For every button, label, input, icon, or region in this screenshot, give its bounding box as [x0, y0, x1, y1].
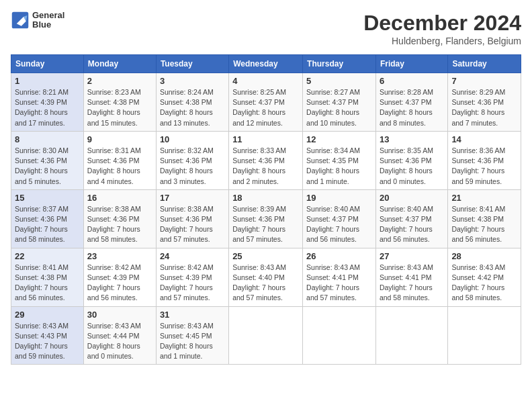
day-number: 7: [451, 76, 517, 86]
logo-line1: General: [32, 11, 64, 20]
day-cell: 20Sunrise: 8:40 AM Sunset: 4:37 PM Dayli…: [375, 189, 447, 248]
day-number: 6: [380, 76, 444, 86]
day-cell: 13Sunrise: 8:35 AM Sunset: 4:36 PM Dayli…: [375, 131, 447, 189]
col-header-tuesday: Tuesday: [156, 55, 228, 73]
day-cell: 1Sunrise: 8:21 AM Sunset: 4:39 PM Daylig…: [11, 73, 84, 132]
day-cell: [375, 306, 447, 365]
day-cell: 23Sunrise: 8:42 AM Sunset: 4:39 PM Dayli…: [83, 248, 156, 306]
day-detail: Sunrise: 8:39 AM Sunset: 4:36 PM Dayligh…: [232, 204, 299, 245]
day-number: 30: [87, 310, 152, 320]
logo-text: General Blue: [32, 11, 64, 30]
col-header-sunday: Sunday: [11, 55, 84, 73]
day-number: 14: [451, 134, 517, 144]
title-block: December 2024 Huldenberg, Flanders, Belg…: [363, 11, 521, 46]
day-detail: Sunrise: 8:41 AM Sunset: 4:38 PM Dayligh…: [15, 263, 80, 304]
col-header-monday: Monday: [83, 55, 156, 73]
day-cell: 19Sunrise: 8:40 AM Sunset: 4:37 PM Dayli…: [303, 189, 376, 248]
day-cell: [303, 306, 376, 365]
day-detail: Sunrise: 8:40 AM Sunset: 4:37 PM Dayligh…: [380, 204, 444, 245]
day-detail: Sunrise: 8:30 AM Sunset: 4:36 PM Dayligh…: [15, 146, 80, 187]
col-header-saturday: Saturday: [448, 55, 521, 73]
calendar-table: SundayMondayTuesdayWednesdayThursdayFrid…: [11, 54, 521, 365]
day-number: 3: [160, 76, 225, 86]
day-detail: Sunrise: 8:38 AM Sunset: 4:36 PM Dayligh…: [87, 204, 152, 245]
logo-line2: Blue: [32, 20, 64, 30]
day-number: 29: [15, 310, 80, 320]
day-cell: 16Sunrise: 8:38 AM Sunset: 4:36 PM Dayli…: [83, 189, 156, 248]
day-detail: Sunrise: 8:23 AM Sunset: 4:38 PM Dayligh…: [87, 87, 152, 128]
logo-icon: [11, 11, 30, 30]
day-detail: Sunrise: 8:43 AM Sunset: 4:41 PM Dayligh…: [306, 263, 372, 304]
day-cell: 6Sunrise: 8:28 AM Sunset: 4:37 PM Daylig…: [375, 73, 447, 132]
day-number: 26: [306, 251, 372, 261]
day-detail: Sunrise: 8:32 AM Sunset: 4:36 PM Dayligh…: [160, 146, 225, 187]
logo: General Blue: [11, 11, 64, 30]
calendar-body: 1Sunrise: 8:21 AM Sunset: 4:39 PM Daylig…: [11, 73, 521, 365]
day-detail: Sunrise: 8:29 AM Sunset: 4:36 PM Dayligh…: [451, 87, 517, 128]
day-number: 25: [232, 251, 299, 261]
day-number: 17: [160, 193, 225, 203]
day-detail: Sunrise: 8:36 AM Sunset: 4:36 PM Dayligh…: [451, 146, 517, 187]
day-detail: Sunrise: 8:41 AM Sunset: 4:38 PM Dayligh…: [451, 204, 517, 245]
day-number: 22: [15, 251, 80, 261]
day-number: 12: [306, 134, 372, 144]
week-row-3: 15Sunrise: 8:37 AM Sunset: 4:36 PM Dayli…: [11, 189, 521, 248]
day-cell: 21Sunrise: 8:41 AM Sunset: 4:38 PM Dayli…: [448, 189, 521, 248]
day-number: 23: [87, 251, 152, 261]
day-detail: Sunrise: 8:43 AM Sunset: 4:45 PM Dayligh…: [160, 321, 225, 362]
day-number: 11: [232, 134, 299, 144]
day-cell: 22Sunrise: 8:41 AM Sunset: 4:38 PM Dayli…: [11, 248, 84, 306]
day-cell: 2Sunrise: 8:23 AM Sunset: 4:38 PM Daylig…: [83, 73, 156, 132]
day-detail: Sunrise: 8:27 AM Sunset: 4:37 PM Dayligh…: [306, 87, 372, 128]
day-detail: Sunrise: 8:34 AM Sunset: 4:35 PM Dayligh…: [306, 146, 372, 187]
day-number: 18: [232, 193, 299, 203]
day-detail: Sunrise: 8:43 AM Sunset: 4:42 PM Dayligh…: [451, 263, 517, 304]
day-number: 20: [380, 193, 444, 203]
day-cell: 29Sunrise: 8:43 AM Sunset: 4:43 PM Dayli…: [11, 306, 84, 365]
day-cell: 10Sunrise: 8:32 AM Sunset: 4:36 PM Dayli…: [156, 131, 228, 189]
day-cell: 7Sunrise: 8:29 AM Sunset: 4:36 PM Daylig…: [448, 73, 521, 132]
day-cell: 11Sunrise: 8:33 AM Sunset: 4:36 PM Dayli…: [229, 131, 303, 189]
day-number: 1: [15, 76, 80, 86]
day-number: 5: [306, 76, 372, 86]
day-number: 13: [380, 134, 444, 144]
day-cell: 17Sunrise: 8:38 AM Sunset: 4:36 PM Dayli…: [156, 189, 228, 248]
day-detail: Sunrise: 8:43 AM Sunset: 4:41 PM Dayligh…: [380, 263, 444, 304]
day-cell: [448, 306, 521, 365]
day-number: 4: [232, 76, 299, 86]
day-cell: 31Sunrise: 8:43 AM Sunset: 4:45 PM Dayli…: [156, 306, 228, 365]
day-cell: 24Sunrise: 8:42 AM Sunset: 4:39 PM Dayli…: [156, 248, 228, 306]
day-cell: 9Sunrise: 8:31 AM Sunset: 4:36 PM Daylig…: [83, 131, 156, 189]
day-detail: Sunrise: 8:43 AM Sunset: 4:44 PM Dayligh…: [87, 321, 152, 362]
day-number: 8: [15, 134, 80, 144]
day-detail: Sunrise: 8:42 AM Sunset: 4:39 PM Dayligh…: [160, 263, 225, 304]
day-cell: 4Sunrise: 8:25 AM Sunset: 4:37 PM Daylig…: [229, 73, 303, 132]
day-detail: Sunrise: 8:21 AM Sunset: 4:39 PM Dayligh…: [15, 87, 80, 128]
day-detail: Sunrise: 8:33 AM Sunset: 4:36 PM Dayligh…: [232, 146, 299, 187]
day-cell: 12Sunrise: 8:34 AM Sunset: 4:35 PM Dayli…: [303, 131, 376, 189]
day-detail: Sunrise: 8:43 AM Sunset: 4:43 PM Dayligh…: [15, 321, 80, 362]
col-header-thursday: Thursday: [303, 55, 376, 73]
week-row-1: 1Sunrise: 8:21 AM Sunset: 4:39 PM Daylig…: [11, 73, 521, 132]
day-cell: 25Sunrise: 8:43 AM Sunset: 4:40 PM Dayli…: [229, 248, 303, 306]
calendar-subtitle: Huldenberg, Flanders, Belgium: [363, 36, 521, 46]
day-cell: 26Sunrise: 8:43 AM Sunset: 4:41 PM Dayli…: [303, 248, 376, 306]
day-cell: 18Sunrise: 8:39 AM Sunset: 4:36 PM Dayli…: [229, 189, 303, 248]
day-detail: Sunrise: 8:37 AM Sunset: 4:36 PM Dayligh…: [15, 204, 80, 245]
day-detail: Sunrise: 8:40 AM Sunset: 4:37 PM Dayligh…: [306, 204, 372, 245]
day-detail: Sunrise: 8:43 AM Sunset: 4:40 PM Dayligh…: [232, 263, 299, 304]
day-number: 10: [160, 134, 225, 144]
day-number: 31: [160, 310, 225, 320]
day-cell: 8Sunrise: 8:30 AM Sunset: 4:36 PM Daylig…: [11, 131, 84, 189]
week-row-4: 22Sunrise: 8:41 AM Sunset: 4:38 PM Dayli…: [11, 248, 521, 306]
day-number: 27: [380, 251, 444, 261]
day-detail: Sunrise: 8:42 AM Sunset: 4:39 PM Dayligh…: [87, 263, 152, 304]
week-row-2: 8Sunrise: 8:30 AM Sunset: 4:36 PM Daylig…: [11, 131, 521, 189]
col-header-friday: Friday: [375, 55, 447, 73]
page-header: General Blue December 2024 Huldenberg, F…: [11, 11, 521, 46]
day-detail: Sunrise: 8:25 AM Sunset: 4:37 PM Dayligh…: [232, 87, 299, 128]
day-cell: 28Sunrise: 8:43 AM Sunset: 4:42 PM Dayli…: [448, 248, 521, 306]
day-number: 16: [87, 193, 152, 203]
col-header-wednesday: Wednesday: [229, 55, 303, 73]
day-cell: 30Sunrise: 8:43 AM Sunset: 4:44 PM Dayli…: [83, 306, 156, 365]
